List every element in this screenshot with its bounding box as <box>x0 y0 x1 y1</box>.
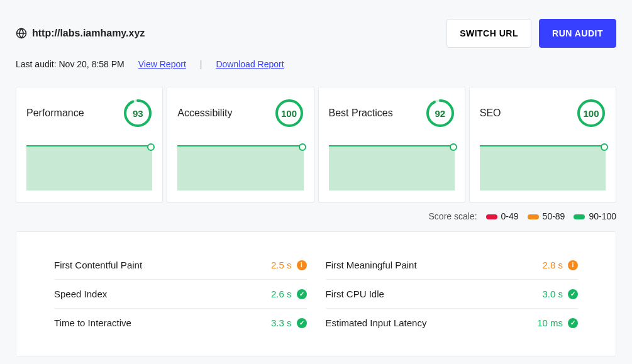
metric-row: First Contentful Paint 2.5 s i <box>54 251 307 280</box>
info-icon: i <box>568 260 578 270</box>
score-gauge: 93 <box>123 99 152 128</box>
metric-value: 2.8 s i <box>542 260 578 270</box>
metric-row: First Meaningful Paint 2.8 s i <box>326 251 579 280</box>
metric-row: Speed Index 2.6 s ✓ <box>54 280 307 309</box>
card-head: Accessibility 100 <box>177 99 303 128</box>
scale-label: Score scale: <box>429 211 477 221</box>
info-icon: i <box>297 260 307 270</box>
metrics-left: First Contentful Paint 2.5 s i Speed Ind… <box>54 251 307 337</box>
metric-row: Estimated Input Latency 10 ms ✓ <box>326 309 579 337</box>
score-card-performance[interactable]: Performance 93 <box>16 87 163 202</box>
score-scale: Score scale: 0-49 50-89 90-100 <box>16 211 616 221</box>
metric-name: Time to Interactive <box>54 317 131 328</box>
score-value: 92 <box>426 99 455 128</box>
separator: | <box>200 59 202 69</box>
meta-row: Last audit: Nov 20, 8:58 PM View Report … <box>16 59 616 69</box>
switch-url-button[interactable]: SWITCH URL <box>446 19 531 48</box>
score-gauge: 100 <box>577 99 606 128</box>
metrics-right: First Meaningful Paint 2.8 s i First CPU… <box>326 251 579 337</box>
metric-name: First CPU Idle <box>326 289 384 299</box>
check-icon: ✓ <box>568 289 578 299</box>
metric-value: 2.5 s i <box>271 260 307 270</box>
score-gauge: 92 <box>426 99 455 128</box>
view-report-link[interactable]: View Report <box>138 59 186 69</box>
last-audit-label: Last audit: Nov 20, 8:58 PM <box>16 59 125 69</box>
download-report-link[interactable]: Download Report <box>216 59 284 69</box>
header: http://labs.iamhamy.xyz SWITCH URL RUN A… <box>16 19 616 48</box>
metric-row: Time to Interactive 3.3 s ✓ <box>54 309 307 337</box>
card-head: Performance 93 <box>26 99 152 128</box>
metric-name: Speed Index <box>54 289 107 299</box>
card-title: Accessibility <box>177 108 232 119</box>
score-value: 93 <box>123 99 152 128</box>
check-icon: ✓ <box>297 289 307 299</box>
card-title: SEO <box>480 108 501 119</box>
sparkline <box>177 145 303 190</box>
scale-green: 90-100 <box>574 211 616 221</box>
run-audit-button[interactable]: RUN AUDIT <box>539 19 616 48</box>
check-icon: ✓ <box>568 318 578 328</box>
metrics-card: First Contentful Paint 2.5 s i Speed Ind… <box>16 231 616 356</box>
score-card-best-practices[interactable]: Best Practices 92 <box>318 87 465 202</box>
sparkline <box>480 145 606 190</box>
header-actions: SWITCH URL RUN AUDIT <box>446 19 616 48</box>
scale-red: 0-49 <box>486 211 519 221</box>
metric-value: 2.6 s ✓ <box>271 289 307 299</box>
score-cards: Performance 93 Accessibility 100 <box>16 87 616 202</box>
metric-value: 3.3 s ✓ <box>271 317 307 328</box>
metric-name: Estimated Input Latency <box>326 317 427 328</box>
metric-name: First Contentful Paint <box>54 260 142 270</box>
metric-value: 10 ms ✓ <box>537 317 578 328</box>
globe-icon <box>16 28 27 39</box>
score-card-seo[interactable]: SEO 100 <box>469 87 616 202</box>
check-icon: ✓ <box>297 318 307 328</box>
score-value: 100 <box>577 99 606 128</box>
url-block: http://labs.iamhamy.xyz <box>16 28 145 39</box>
score-value: 100 <box>275 99 304 128</box>
score-gauge: 100 <box>275 99 304 128</box>
score-card-accessibility[interactable]: Accessibility 100 <box>167 87 314 202</box>
card-head: Best Practices 92 <box>329 99 455 128</box>
scale-orange: 50-89 <box>528 211 565 221</box>
metric-name: First Meaningful Paint <box>326 260 417 270</box>
card-head: SEO 100 <box>480 99 606 128</box>
sparkline <box>329 145 455 190</box>
card-title: Performance <box>26 108 84 119</box>
page-url: http://labs.iamhamy.xyz <box>32 28 145 39</box>
card-title: Best Practices <box>329 108 393 119</box>
sparkline <box>26 145 152 190</box>
metric-value: 3.0 s ✓ <box>542 289 578 299</box>
metric-row: First CPU Idle 3.0 s ✓ <box>326 280 579 309</box>
metrics-grid: First Contentful Paint 2.5 s i Speed Ind… <box>54 251 578 337</box>
